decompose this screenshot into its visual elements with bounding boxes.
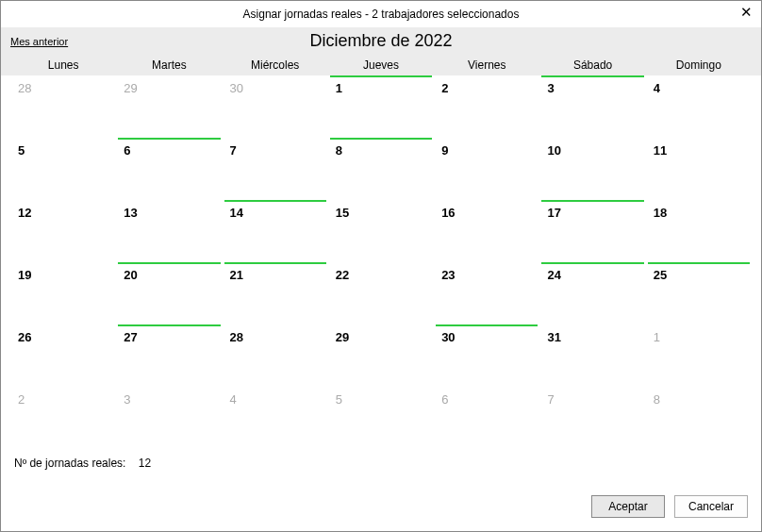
dialog-title: Asignar jornadas reales - 2 trabajadores… [243, 8, 520, 21]
calendar-day[interactable]: 24 [539, 262, 645, 324]
footer-summary: Nº de jornadas reales: 12 [1, 449, 761, 470]
dialog-actions: Aceptar Cancelar [1, 486, 761, 531]
calendar-day[interactable]: 8 [646, 387, 752, 449]
day-header: Miércoles [223, 55, 328, 75]
calendar-day[interactable]: 3 [539, 75, 645, 138]
calendar-day[interactable]: 18 [646, 200, 752, 262]
calendar-day[interactable]: 26 [10, 324, 116, 387]
calendar-day[interactable]: 4 [223, 387, 328, 449]
day-header: Viernes [434, 55, 539, 75]
calendar-day[interactable]: 8 [328, 138, 434, 200]
calendar-day[interactable]: 7 [539, 387, 645, 449]
summary-label: Nº de jornadas reales: [14, 457, 125, 470]
calendar-day[interactable]: 10 [539, 138, 645, 200]
calendar-grid: 2829301234567891011121314151617181920212… [1, 75, 761, 449]
calendar-day[interactable]: 23 [434, 262, 539, 324]
calendar-day[interactable]: 6 [116, 138, 222, 200]
month-title: Diciembre de 2022 [309, 31, 452, 51]
cancel-button[interactable]: Cancelar [674, 495, 748, 518]
calendar-day[interactable]: 30 [223, 75, 328, 138]
calendar-day[interactable]: 22 [328, 262, 434, 324]
day-header: Sábado [539, 55, 645, 75]
day-header: Lunes [10, 55, 116, 75]
day-header: Jueves [328, 55, 434, 75]
calendar-day[interactable]: 25 [646, 262, 752, 324]
calendar-day[interactable]: 15 [328, 200, 434, 262]
calendar-day[interactable]: 1 [328, 75, 434, 138]
calendar-day[interactable]: 1 [646, 324, 752, 387]
calendar-day[interactable]: 29 [116, 75, 222, 138]
day-header-row: LunesMartesMiércolesJuevesViernesSábadoD… [1, 55, 761, 75]
calendar-day[interactable]: 28 [223, 324, 328, 387]
summary-value: 12 [139, 457, 151, 470]
calendar-day[interactable]: 28 [10, 75, 116, 138]
calendar-day[interactable]: 4 [646, 75, 752, 138]
calendar-day[interactable]: 14 [223, 200, 328, 262]
calendar-day[interactable]: 30 [434, 324, 539, 387]
accept-button[interactable]: Aceptar [591, 495, 665, 518]
calendar-day[interactable]: 12 [10, 200, 116, 262]
calendar-day[interactable]: 19 [10, 262, 116, 324]
calendar-day[interactable]: 17 [539, 200, 645, 262]
calendar-day[interactable]: 5 [328, 387, 434, 449]
title-bar: Asignar jornadas reales - 2 trabajadores… [1, 1, 761, 27]
calendar-day[interactable]: 16 [434, 200, 539, 262]
calendar-day[interactable]: 29 [328, 324, 434, 387]
calendar-day[interactable]: 13 [116, 200, 222, 262]
calendar-day[interactable]: 9 [434, 138, 539, 200]
calendar-day[interactable]: 21 [223, 262, 328, 324]
calendar-day[interactable]: 7 [223, 138, 328, 200]
calendar-day[interactable]: 11 [646, 138, 752, 200]
calendar-day[interactable]: 2 [434, 75, 539, 138]
calendar-day[interactable]: 20 [116, 262, 222, 324]
calendar-day[interactable]: 6 [434, 387, 539, 449]
prev-month-link[interactable]: Mes anterior [10, 36, 68, 47]
calendar-day[interactable]: 27 [116, 324, 222, 387]
calendar-day[interactable]: 31 [539, 324, 645, 387]
month-bar: Mes anterior Diciembre de 2022 [1, 27, 761, 55]
day-header: Martes [116, 55, 222, 75]
calendar-day[interactable]: 5 [10, 138, 116, 200]
calendar-day[interactable]: 3 [116, 387, 222, 449]
close-icon[interactable]: ✕ [737, 3, 755, 22]
day-header: Domingo [646, 55, 752, 75]
calendar-day[interactable]: 2 [10, 387, 116, 449]
